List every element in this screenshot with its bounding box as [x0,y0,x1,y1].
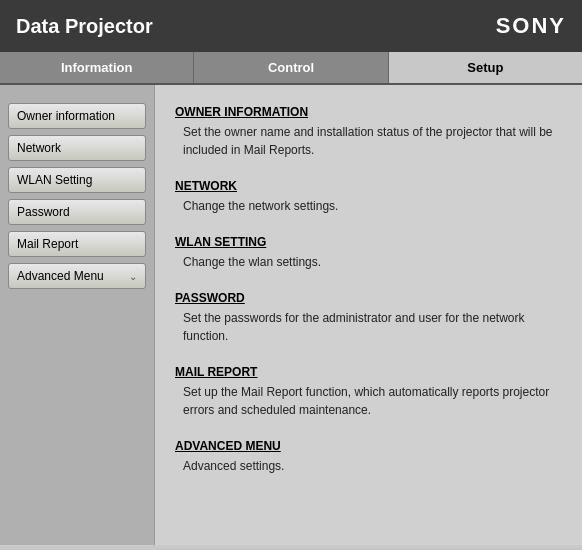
header: Data Projector SONY [0,0,582,52]
brand-logo: SONY [496,13,566,39]
section-desc-advanced-menu: Advanced settings. [175,457,562,475]
sidebar: Owner information Network WLAN Setting P… [0,85,155,545]
sidebar-label-network: Network [17,141,61,155]
section-owner-information: OWNER INFORMATION Set the owner name and… [175,105,562,159]
section-password: PASSWORD Set the passwords for the admin… [175,291,562,345]
sidebar-btn-owner-information[interactable]: Owner information [8,103,146,129]
tab-setup[interactable]: Setup [389,52,582,83]
sidebar-label-owner-information: Owner information [17,109,115,123]
sidebar-label-wlan-setting: WLAN Setting [17,173,92,187]
section-desc-password: Set the passwords for the administrator … [175,309,562,345]
section-title-wlan-setting: WLAN SETTING [175,235,562,249]
sidebar-btn-network[interactable]: Network [8,135,146,161]
sidebar-btn-advanced-menu[interactable]: Advanced Menu ⌄ [8,263,146,289]
section-title-advanced-menu: ADVANCED MENU [175,439,562,453]
section-wlan-setting: WLAN SETTING Change the wlan settings. [175,235,562,271]
tab-bar: Information Control Setup [0,52,582,85]
content-area: OWNER INFORMATION Set the owner name and… [155,85,582,545]
chevron-down-icon: ⌄ [129,271,137,282]
section-desc-wlan-setting: Change the wlan settings. [175,253,562,271]
section-title-password: PASSWORD [175,291,562,305]
sidebar-label-mail-report: Mail Report [17,237,78,251]
tab-information[interactable]: Information [0,52,194,83]
section-title-network: NETWORK [175,179,562,193]
sidebar-btn-wlan-setting[interactable]: WLAN Setting [8,167,146,193]
section-title-mail-report: MAIL REPORT [175,365,562,379]
tab-control[interactable]: Control [194,52,388,83]
sidebar-btn-mail-report[interactable]: Mail Report [8,231,146,257]
sidebar-label-advanced-menu: Advanced Menu [17,269,104,283]
section-title-owner-information: OWNER INFORMATION [175,105,562,119]
sidebar-btn-password[interactable]: Password [8,199,146,225]
main-layout: Owner information Network WLAN Setting P… [0,85,582,545]
section-advanced-menu: ADVANCED MENU Advanced settings. [175,439,562,475]
app-title: Data Projector [16,15,153,38]
section-desc-mail-report: Set up the Mail Report function, which a… [175,383,562,419]
section-mail-report: MAIL REPORT Set up the Mail Report funct… [175,365,562,419]
section-desc-network: Change the network settings. [175,197,562,215]
section-network: NETWORK Change the network settings. [175,179,562,215]
section-desc-owner-information: Set the owner name and installation stat… [175,123,562,159]
sidebar-label-password: Password [17,205,70,219]
